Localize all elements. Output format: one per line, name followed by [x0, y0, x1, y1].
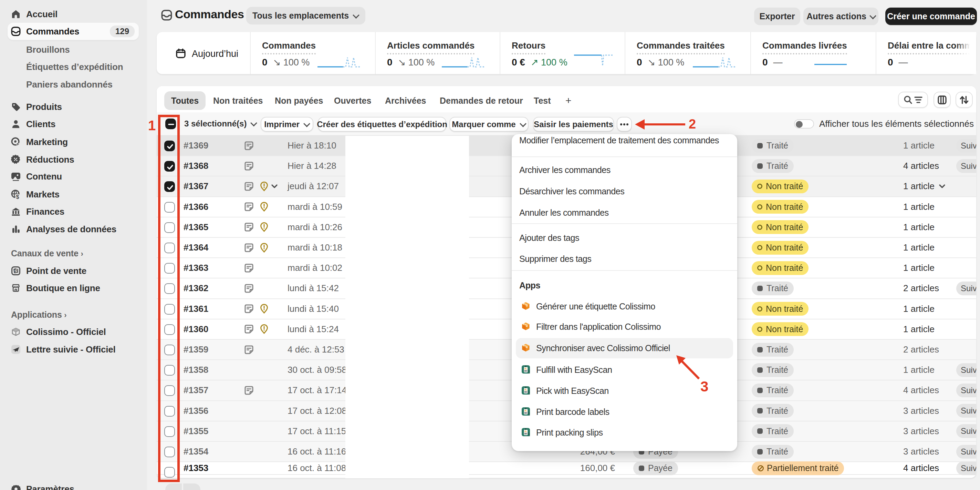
svg-text:$: $ [16, 194, 19, 199]
svg-text:3: 3 [700, 378, 708, 394]
svg-text:S: S [14, 269, 17, 273]
svg-text:2: 2 [689, 118, 696, 130]
